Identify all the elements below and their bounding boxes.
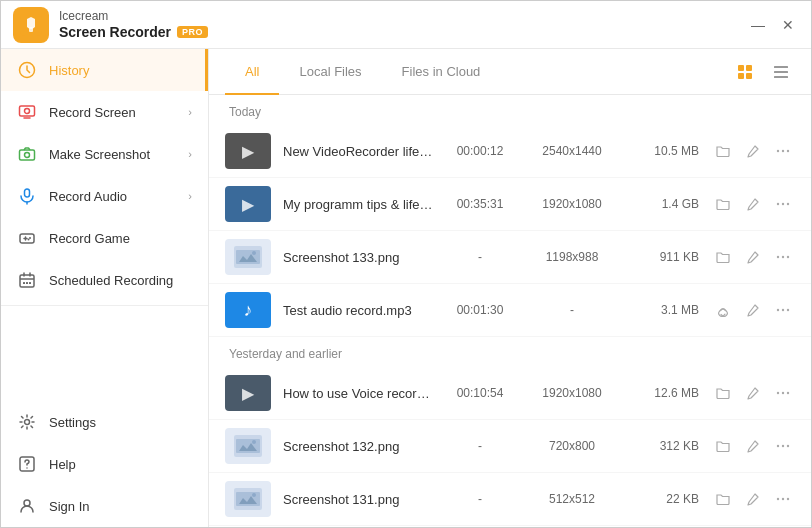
tabs-bar: All Local Files Files in Cloud — [209, 49, 811, 95]
file-actions — [711, 434, 795, 458]
svg-point-46 — [252, 440, 256, 444]
file-resolution: 2540x1440 — [527, 144, 617, 158]
grid-view-button[interactable] — [731, 58, 759, 86]
file-folder-button[interactable] — [711, 139, 735, 163]
sidebar-item-make-screenshot[interactable]: Make Screenshot › — [1, 133, 208, 175]
sidebar-item-history[interactable]: History — [1, 49, 208, 91]
svg-rect-25 — [774, 76, 788, 78]
content-area: All Local Files Files in Cloud — [209, 49, 811, 527]
screenshot-thumb-icon — [234, 488, 262, 510]
tab-files-in-cloud[interactable]: Files in Cloud — [382, 50, 501, 95]
svg-point-55 — [787, 498, 789, 500]
svg-point-35 — [777, 256, 779, 258]
music-icon: ♪ — [244, 300, 253, 321]
file-edit-button[interactable] — [741, 192, 765, 216]
svg-point-42 — [782, 392, 784, 394]
svg-point-27 — [782, 150, 784, 152]
svg-point-18 — [24, 500, 30, 506]
file-duration: - — [445, 250, 515, 264]
file-more-button[interactable] — [771, 381, 795, 405]
svg-point-15 — [25, 420, 30, 425]
svg-point-29 — [777, 203, 779, 205]
close-button[interactable]: ✕ — [777, 14, 799, 36]
sidebar-item-signin[interactable]: Sign In — [1, 485, 208, 527]
file-row[interactable]: Screenshot 133.png - 1198x988 911 KB — [209, 231, 811, 284]
file-row[interactable]: ▶ New VideoRecorder lifehacks.mp4 00:00:… — [209, 125, 811, 178]
svg-point-34 — [252, 251, 256, 255]
file-resolution: 720x800 — [527, 439, 617, 453]
file-resolution: 512x512 — [527, 492, 617, 506]
sidebar-label-settings: Settings — [49, 415, 192, 430]
file-row[interactable]: Screenshot 131.png - 512x512 22 KB — [209, 473, 811, 526]
file-folder-button[interactable] — [711, 434, 735, 458]
chevron-right-icon-2: › — [188, 148, 192, 160]
sidebar-item-record-game[interactable]: Record Game — [1, 217, 208, 259]
sidebar-label-history: History — [49, 63, 189, 78]
file-name: New VideoRecorder lifehacks.mp4 — [283, 144, 433, 159]
file-size: 911 KB — [629, 250, 699, 264]
file-folder-button[interactable] — [711, 245, 735, 269]
file-edit-button[interactable] — [741, 434, 765, 458]
file-actions — [711, 192, 795, 216]
file-edit-button[interactable] — [741, 139, 765, 163]
file-more-button[interactable] — [771, 192, 795, 216]
svg-rect-14 — [29, 282, 31, 284]
file-more-button[interactable] — [771, 245, 795, 269]
file-size: 1.4 GB — [629, 197, 699, 211]
file-name: My programm tips & lifehacks.mp4 — [283, 197, 433, 212]
file-duration: 00:01:30 — [445, 303, 515, 317]
file-more-button[interactable] — [771, 139, 795, 163]
tabs-left: All Local Files Files in Cloud — [225, 49, 500, 94]
sidebar-item-settings[interactable]: Settings — [1, 401, 208, 443]
file-folder-button[interactable] — [711, 487, 735, 511]
svg-point-48 — [782, 445, 784, 447]
file-resolution: 1198x988 — [527, 250, 617, 264]
sidebar-item-record-audio[interactable]: Record Audio › — [1, 175, 208, 217]
file-thumbnail — [225, 239, 271, 275]
tab-all[interactable]: All — [225, 50, 279, 95]
minimize-button[interactable]: — — [747, 14, 769, 36]
file-folder-button[interactable] — [711, 298, 735, 322]
svg-point-17 — [26, 467, 28, 469]
file-more-button[interactable] — [771, 487, 795, 511]
file-edit-button[interactable] — [741, 245, 765, 269]
svg-rect-20 — [746, 65, 752, 71]
svg-rect-22 — [746, 73, 752, 79]
app-name-block: Icecream Screen Recorder PRO — [59, 9, 208, 39]
svg-rect-1 — [29, 27, 33, 32]
tab-local-files[interactable]: Local Files — [279, 50, 381, 95]
svg-rect-13 — [26, 282, 28, 284]
file-actions — [711, 381, 795, 405]
svg-point-31 — [787, 203, 789, 205]
section-header-0: Today — [209, 95, 811, 125]
file-edit-button[interactable] — [741, 298, 765, 322]
file-row[interactable]: ▶ How to use Voice recorder.mp4 00:10:54… — [209, 367, 811, 420]
file-edit-button[interactable] — [741, 381, 765, 405]
file-row[interactable]: ♪ Test audio record.mp3 00:01:30 - 3.1 M… — [209, 284, 811, 337]
file-more-button[interactable] — [771, 434, 795, 458]
sidebar-item-scheduled-recording[interactable]: Scheduled Recording — [1, 259, 208, 301]
file-more-button[interactable] — [771, 298, 795, 322]
sidebar-label-record-audio: Record Audio — [49, 189, 176, 204]
file-row[interactable]: Screenshot 132.png - 720x800 312 KB — [209, 420, 811, 473]
file-edit-button[interactable] — [741, 487, 765, 511]
person-icon — [17, 496, 37, 516]
svg-point-36 — [782, 256, 784, 258]
sidebar-item-record-screen[interactable]: Record Screen › — [1, 91, 208, 133]
file-thumbnail: ▶ — [225, 375, 271, 411]
file-actions — [711, 139, 795, 163]
title-bar: Icecream Screen Recorder PRO — ✕ — [1, 1, 811, 49]
file-folder-button[interactable] — [711, 381, 735, 405]
file-folder-button[interactable] — [711, 192, 735, 216]
file-name: How to use Voice recorder.mp4 — [283, 386, 433, 401]
sidebar: History Record Screen › — [1, 49, 209, 527]
file-duration: - — [445, 439, 515, 453]
app-name-main: Screen Recorder — [59, 24, 171, 40]
file-row[interactable]: ▶ My programm tips & lifehacks.mp4 00:35… — [209, 178, 811, 231]
list-view-button[interactable] — [767, 58, 795, 86]
sidebar-item-help[interactable]: Help — [1, 443, 208, 485]
svg-point-10 — [28, 239, 30, 241]
file-size: 10.5 MB — [629, 144, 699, 158]
file-list: Today ▶ New VideoRecorder lifehacks.mp4 … — [209, 95, 811, 527]
file-resolution: 1920x1080 — [527, 386, 617, 400]
